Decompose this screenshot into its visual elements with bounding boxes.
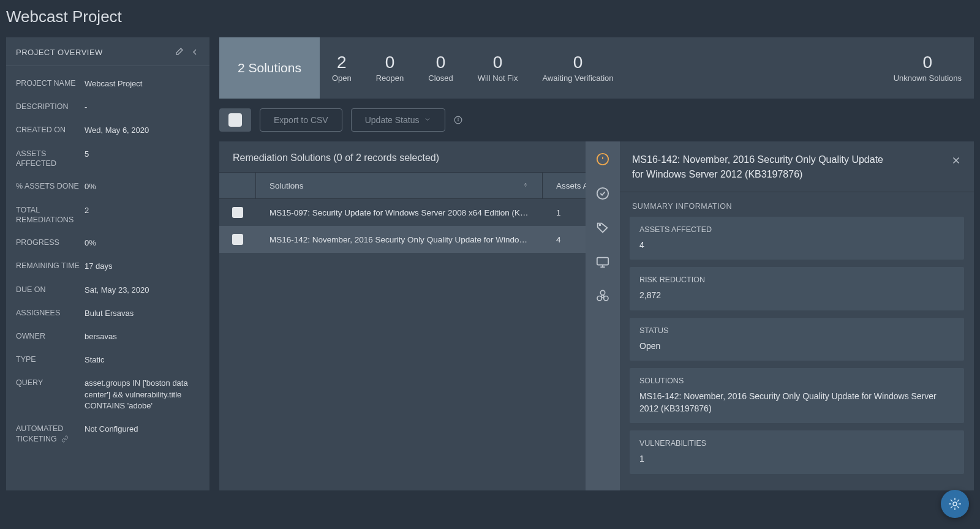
detail-tab-rail [586,141,620,490]
tab-solutions-label: 2 Solutions [238,37,301,99]
field-label: ASSIGNEES [16,308,85,318]
field-value: bersavas [85,331,200,342]
svg-point-17 [953,502,957,506]
tab-will-not-fix[interactable]: 0Will Not Fix [466,37,530,99]
tab-closed[interactable]: 0Closed [416,37,465,99]
field-percent-assets-done: % ASSETS DONE0% [16,175,200,198]
field-label-text: AUTOMATED TICKETING [16,424,63,443]
project-overview-fields: PROJECT NAMEWebcast Project DESCRIPTION-… [6,66,209,460]
tab-solutions[interactable]: 2 Solutions [219,37,320,99]
field-value: 5 [85,149,200,160]
tab-label: Open [332,73,352,83]
tab-reopen[interactable]: 0Reopen [364,37,417,99]
svg-line-24 [951,506,952,508]
chevron-down-icon [424,115,431,125]
field-value: Not Configured [85,424,200,435]
field-label: DESCRIPTION [16,102,85,112]
link-icon[interactable] [61,434,69,445]
field-due-on: DUE ONSat, May 23, 2020 [16,279,200,302]
table-row[interactable]: MS16-142: November, 2016 Security Only Q… [219,226,586,253]
sort-icon[interactable] [522,181,529,191]
card-label: VULNERABILITIES [639,439,954,448]
select-all-checkbox[interactable] [228,113,242,127]
card-value: MS16-142: November, 2016 Security Only Q… [639,390,954,415]
field-label: PROGRESS [16,238,85,248]
monitor-tab-icon[interactable] [596,255,609,269]
tag-tab-icon[interactable] [596,221,609,234]
field-value: 0% [85,181,200,192]
field-total-remediations: TOTAL REMEDIATIONS2 [16,199,200,232]
card-status: STATUS Open [630,318,964,361]
tab-label: Reopen [376,73,404,83]
tab-unknown-solutions[interactable]: 0Unknown Solutions [881,37,974,99]
tab-open[interactable]: 2Open [320,37,364,99]
svg-point-2 [458,118,459,119]
collapse-sidebar-icon[interactable] [190,47,200,57]
field-automated-ticketing: AUTOMATED TICKETING Not Configured [16,418,200,451]
field-remaining-time: REMAINING TIME17 days [16,255,200,278]
field-value: Wed, May 6, 2020 [85,125,200,136]
row-checkbox[interactable] [232,207,243,218]
project-overview-panel: PROJECT OVERVIEW PROJECT NAMEWebcast Pro… [6,37,209,490]
svg-point-14 [604,296,608,301]
field-value: Bulut Ersavas [85,308,200,319]
close-detail-icon[interactable] [951,152,962,168]
field-value: 2 [85,205,200,216]
card-value: 4 [639,239,954,251]
header-assets-label: Assets A [556,181,586,190]
field-label: PROJECT NAME [16,78,85,89]
field-value: 0% [85,238,200,249]
table-header-row: Solutions Assets A [219,172,586,199]
header-solutions[interactable]: Solutions [256,173,543,198]
tab-label: Unknown Solutions [894,73,962,83]
field-value: Static [85,355,200,366]
card-label: SOLUTIONS [639,377,954,385]
info-icon[interactable] [454,116,462,124]
update-status-label: Update Status [365,115,420,125]
field-label: CREATED ON [16,125,85,135]
row-solution: MS15-097: Security Update for Windows Se… [256,208,543,217]
field-label: TYPE [16,355,85,365]
card-value: 2,872 [639,289,954,301]
header-assets[interactable]: Assets A [543,173,586,198]
export-csv-button[interactable]: Export to CSV [260,108,342,132]
field-query: QUERYasset.groups IN ['boston data cente… [16,372,200,418]
field-value: 17 days [85,261,200,272]
svg-point-7 [600,225,601,226]
field-progress: PROGRESS0% [16,231,200,255]
card-risk-reduction: RISK REDUCTION 2,872 [630,267,964,310]
table-row[interactable]: MS15-097: Security Update for Windows Se… [219,199,586,226]
row-checkbox[interactable] [232,234,243,245]
export-csv-label: Export to CSV [274,115,328,125]
field-owner: OWNERbersavas [16,325,200,348]
check-tab-icon[interactable] [596,187,609,200]
biohazard-tab-icon[interactable] [596,290,609,303]
table-toolbar: Export to CSV Update Status [219,99,974,141]
card-value: Open [639,340,954,352]
edit-icon[interactable] [174,47,184,57]
field-label: TOTAL REMEDIATIONS [16,205,85,226]
card-label: RISK REDUCTION [639,276,954,284]
field-value: - [85,102,200,113]
tab-label: Closed [428,73,453,83]
update-status-button[interactable]: Update Status [351,108,446,132]
svg-line-23 [957,506,959,508]
tab-count: 0 [923,53,933,72]
tab-count: 0 [436,53,446,72]
field-value: Webcast Project [85,78,200,89]
tab-count: 0 [385,53,395,72]
tab-label: Will Not Fix [478,73,518,83]
header-checkbox-cell [219,173,256,198]
row-assets: 1 [543,208,586,217]
field-label: QUERY [16,378,85,388]
tab-awaiting-verification[interactable]: 0Awaiting Verification [530,37,625,99]
card-assets-affected: ASSETS AFFECTED 4 [630,217,964,260]
detail-title: MS16-142: November, 2016 Security Only Q… [632,152,889,182]
field-label: AUTOMATED TICKETING [16,424,85,445]
field-type: TYPEStatic [16,348,200,372]
help-fab[interactable] [941,490,969,518]
summary-tab-icon[interactable] [596,152,609,166]
field-value: Sat, May 23, 2020 [85,285,200,296]
solutions-table: Remediation Solutions (0 of 2 records se… [219,141,586,490]
main-area: 2 Solutions 2Open 0Reopen 0Closed 0Will … [219,37,974,490]
